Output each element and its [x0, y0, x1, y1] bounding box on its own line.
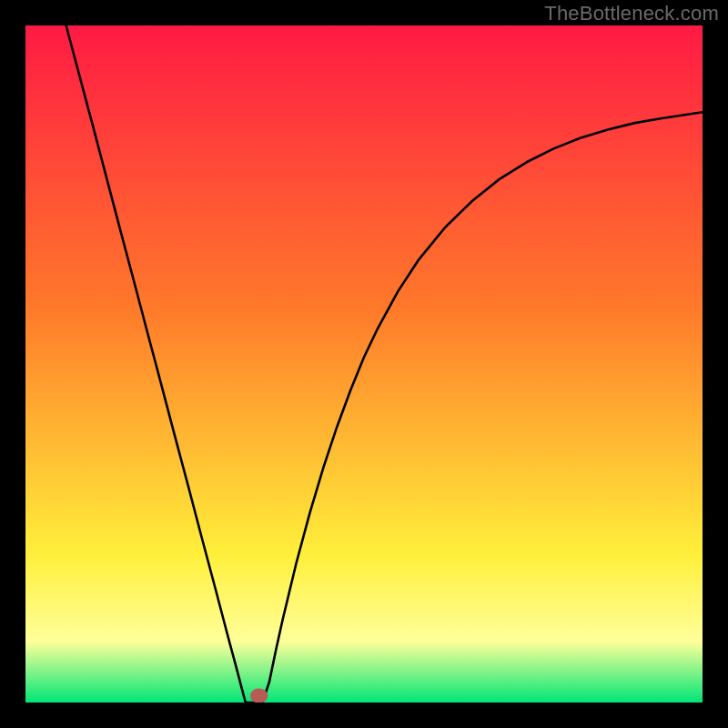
- notch-marker: [250, 688, 268, 703]
- plot-area: [25, 25, 703, 703]
- watermark-text: TheBottleneck.com: [544, 2, 719, 25]
- gradient-background: [25, 25, 703, 703]
- chart-svg: [25, 25, 703, 703]
- chart-frame: TheBottleneck.com: [0, 0, 728, 728]
